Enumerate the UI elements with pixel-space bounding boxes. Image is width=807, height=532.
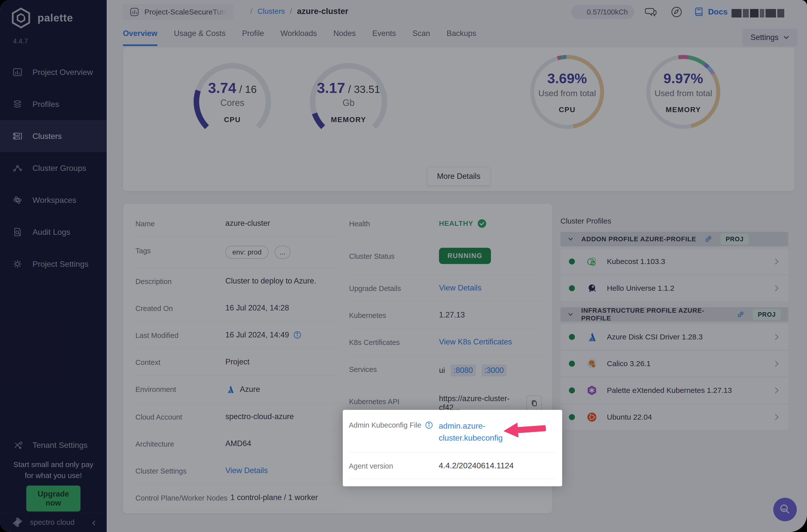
agent-version-value: 4.4.2/20240614.1124 <box>439 461 514 470</box>
row-label: Agent version <box>349 462 393 470</box>
row-label: Admin Kubeconfig File <box>349 421 421 429</box>
tutorial-arrow <box>503 420 546 439</box>
admin-kubeconfig-download-link[interactable]: admin.azure- cluster.kubeconfig <box>439 420 503 444</box>
info-icon[interactable] <box>425 421 433 429</box>
agent-version-row: Agent version 4.4.2/20240614.1124 <box>349 453 555 479</box>
kubeconfig-link-line1: admin.azure- <box>439 420 503 432</box>
kubeconfig-link-line2: cluster.kubeconfig <box>439 432 503 444</box>
app-window: palette 4.4.7 Project Overview Profiles <box>0 0 807 532</box>
